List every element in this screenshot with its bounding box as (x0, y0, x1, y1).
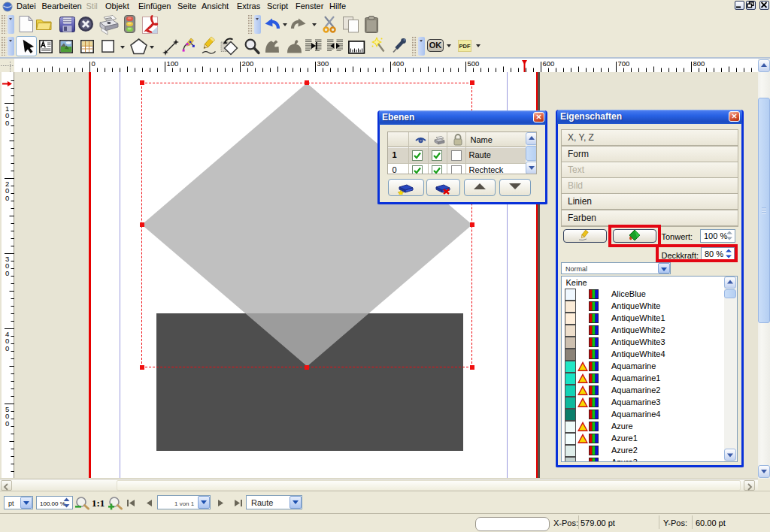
svg-text:0: 0 (5, 194, 9, 202)
svg-text:800: 800 (693, 59, 705, 68)
svg-text:500: 500 (468, 59, 480, 68)
svg-text:200: 200 (242, 59, 254, 68)
svg-text:0: 0 (5, 269, 9, 277)
svg-text:400: 400 (393, 59, 405, 68)
svg-text:100: 100 (167, 59, 179, 68)
svg-text:0: 0 (5, 419, 9, 428)
svg-text:300: 300 (317, 59, 329, 68)
svg-text:0: 0 (92, 59, 95, 68)
svg-text:0: 0 (5, 119, 9, 127)
svg-text:700: 700 (618, 59, 630, 68)
svg-text:0: 0 (5, 344, 9, 352)
svg-text:600: 600 (543, 59, 555, 68)
